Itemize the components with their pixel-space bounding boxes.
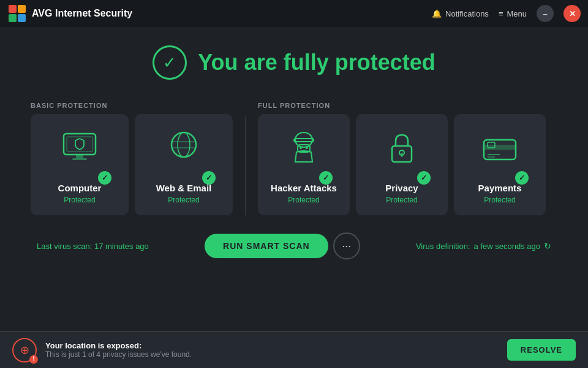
virus-def-prefix: Virus definition:	[416, 242, 470, 251]
footer-alert: ⊕ ! Your location is exposed: This is ju…	[0, 331, 588, 368]
svg-rect-7	[76, 155, 83, 158]
bell-icon: 🔔	[432, 9, 442, 18]
svg-rect-22	[484, 145, 516, 150]
menu-icon: ≡	[499, 9, 503, 18]
privacy-card[interactable]: ✓ Privacy Protected	[356, 114, 448, 215]
svg-point-17	[306, 147, 308, 149]
web-email-icon	[162, 126, 206, 171]
basic-protection-cards: ✓ Computer Protected	[31, 114, 233, 215]
avg-logo-icon	[7, 4, 27, 23]
close-button[interactable]: ✕	[564, 5, 581, 22]
protection-area: BASIC PROTECTION	[31, 102, 557, 215]
web-email-card[interactable]: ✓ Web & Email Protected	[135, 114, 233, 215]
svg-rect-2	[18, 5, 26, 13]
alert-title: Your location is exposed:	[45, 341, 499, 350]
more-options-button[interactable]: ···	[333, 232, 360, 259]
hacker-icon-area	[282, 126, 326, 173]
bottom-bar: Last virus scan: 17 minutes ago RUN SMAR…	[31, 232, 557, 259]
notifications-label: Notifications	[445, 9, 489, 18]
hero-prefix: You are	[198, 50, 283, 75]
payments-card[interactable]: ✓ Payments Protected	[454, 114, 546, 215]
privacy-icon-area	[380, 126, 424, 173]
alert-icon-wrapper: ⊕ !	[12, 338, 37, 362]
payments-icon	[478, 126, 522, 171]
web-email-card-status: Protected	[168, 196, 199, 204]
svg-rect-4	[18, 14, 26, 22]
svg-point-9	[172, 132, 196, 157]
menu-label: Menu	[507, 9, 527, 18]
computer-check-badge: ✓	[98, 171, 111, 185]
web-email-card-name: Web & Email	[156, 183, 212, 193]
computer-icon-area	[58, 126, 102, 173]
minimize-button[interactable]: –	[537, 5, 554, 22]
notifications-button[interactable]: 🔔 Notifications	[432, 9, 489, 18]
virus-definition-info: Virus definition: a few seconds ago ↻	[416, 241, 551, 251]
hero-check-icon: ✓	[153, 45, 187, 80]
main-content: ✓ You are fully protected BASIC PROTECTI…	[0, 27, 588, 272]
hacker-icon	[282, 126, 326, 171]
more-dots-icon: ···	[342, 240, 351, 253]
computer-icon	[58, 126, 102, 171]
alert-description: This is just 1 of 4 privacy issues we've…	[45, 350, 499, 359]
scan-time: 17 minutes ago	[94, 242, 149, 251]
web-email-check-badge: ✓	[202, 171, 216, 185]
logo-area: AVG Internet Security	[7, 4, 132, 23]
virus-def-time: a few seconds ago	[474, 242, 540, 251]
web-email-icon-area	[162, 126, 206, 173]
resolve-button[interactable]: RESOLVE	[507, 339, 576, 361]
refresh-icon[interactable]: ↻	[544, 241, 551, 251]
full-protection-label: FULL PROTECTION	[258, 102, 546, 109]
run-smart-scan-button[interactable]: RUN SMART SCAN	[205, 234, 328, 258]
hacker-check-badge: ✓	[319, 171, 333, 185]
payments-card-name: Payments	[478, 183, 522, 193]
privacy-card-status: Protected	[386, 196, 417, 204]
privacy-icon	[380, 126, 424, 171]
hero-section: ✓ You are fully protected	[31, 45, 557, 80]
location-alert-icon: ⊕	[20, 343, 29, 357]
app-title: AVG Internet Security	[32, 8, 132, 19]
svg-point-16	[300, 147, 302, 149]
svg-rect-14	[294, 139, 314, 142]
alert-exclamation-badge: !	[29, 355, 38, 364]
hero-text: You are fully protected	[198, 50, 435, 75]
svg-rect-8	[72, 158, 87, 160]
hacker-attacks-card[interactable]: ✓ Hacker Attacks Protected	[258, 114, 350, 215]
payments-icon-area	[478, 126, 522, 173]
computer-card-status: Protected	[64, 196, 95, 204]
titlebar-right: 🔔 Notifications ≡ Menu – ✕	[432, 5, 581, 22]
basic-protection-label: BASIC PROTECTION	[31, 102, 233, 109]
computer-card-name: Computer	[58, 183, 102, 193]
titlebar: AVG Internet Security 🔔 Notifications ≡ …	[0, 0, 588, 27]
privacy-check-badge: ✓	[417, 171, 431, 185]
menu-button[interactable]: ≡ Menu	[499, 9, 527, 18]
basic-protection-section: BASIC PROTECTION	[31, 102, 233, 215]
alert-text-area: Your location is exposed: This is just 1…	[45, 341, 499, 359]
payments-card-status: Protected	[484, 196, 515, 204]
hero-highlight: fully protected	[284, 50, 435, 75]
hacker-card-status: Protected	[288, 196, 319, 204]
scan-actions: RUN SMART SCAN ···	[205, 232, 360, 259]
computer-card[interactable]: ✓ Computer Protected	[31, 114, 129, 215]
scan-info: Last virus scan: 17 minutes ago	[37, 242, 149, 251]
svg-rect-3	[9, 14, 17, 22]
svg-rect-20	[401, 153, 403, 157]
payments-check-badge: ✓	[515, 171, 529, 185]
full-protection-section: FULL PROTECTION	[258, 102, 546, 215]
svg-rect-1	[9, 5, 17, 13]
scan-label-prefix: Last virus scan:	[37, 242, 94, 251]
svg-point-10	[178, 132, 190, 157]
section-divider	[245, 117, 246, 215]
privacy-card-name: Privacy	[385, 183, 418, 193]
full-protection-cards: ✓ Hacker Attacks Protected	[258, 114, 546, 215]
